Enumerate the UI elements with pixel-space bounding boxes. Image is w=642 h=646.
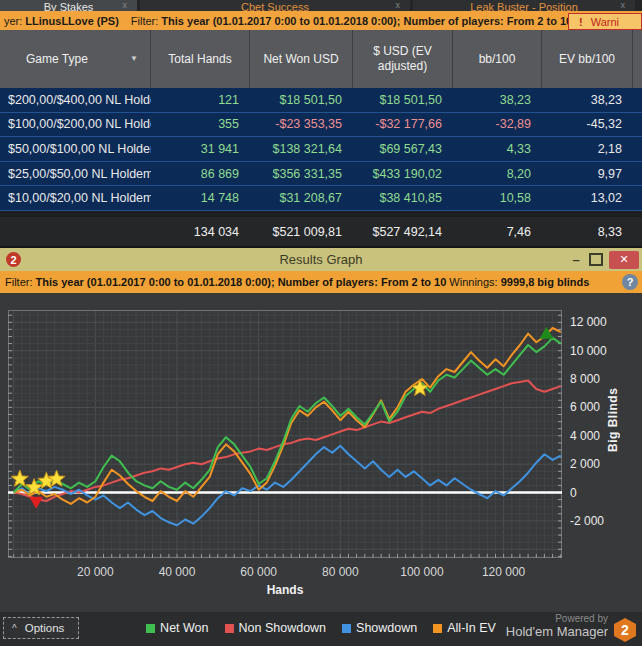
column-header-ev-bb-100[interactable]: EV bb/100 (542, 30, 633, 88)
x-tick-label: 120 000 (474, 565, 534, 579)
table-cell: $356 331,35 (250, 162, 353, 186)
warning-button[interactable]: ! Warni (568, 13, 642, 30)
y-tick-label: 12 000 (570, 315, 624, 329)
close-tab-icon[interactable]: x (621, 0, 626, 10)
graph-filter-text: This year (01.01.2017 0:00 to 01.01.2018… (36, 276, 447, 288)
table-cell: 38,23 (542, 88, 633, 112)
column-header-label: $ USD (EV adjusted) (353, 44, 452, 74)
column-header-label: Net Won USD (263, 52, 338, 67)
player-name: LLinusLLove (PS) (25, 15, 119, 27)
tab-leak-buster-position[interactable]: Leak Buster - Positionx (413, 0, 635, 11)
table-cell: $38 410,85 (353, 186, 453, 210)
table-cell: 14 748 (151, 186, 250, 210)
total-cell: 7,46 (453, 217, 542, 246)
table-cell: $31 208,67 (250, 186, 353, 210)
tab-label: Cbet Success (241, 1, 309, 11)
window-title: Results Graph (0, 252, 642, 267)
filter-label: Filter: (131, 15, 159, 27)
table-cell: $433 190,02 (353, 162, 453, 186)
table-cell: $69 567,43 (353, 137, 453, 161)
legend-swatch-icon (225, 624, 234, 633)
results-graph-titlebar[interactable]: 2 Results Graph – ✕ (0, 248, 642, 271)
column-header-label: Total Hands (168, 52, 231, 67)
column-header-total-hands[interactable]: Total Hands (151, 30, 250, 88)
table-row[interactable]: $25,00/$50,00 NL Holdem86 869$356 331,35… (0, 162, 642, 187)
table-cell: 2,18 (542, 137, 633, 161)
legend-swatch-icon (342, 624, 351, 633)
tab-cbet-success[interactable]: Cbet Successx (140, 0, 410, 11)
table-row[interactable]: $10,00/$20,00 NL Holdem14 748$31 208,67$… (0, 186, 642, 211)
legend-label: Net Won (160, 621, 208, 635)
warning-label: Warni (591, 16, 619, 28)
x-tick-label: 80 000 (310, 565, 370, 579)
y-tick-label: -2 000 (570, 514, 624, 528)
help-icon[interactable]: ? (622, 274, 638, 290)
results-table-body: $200,00/$400,00 NL Holdem121$18 501,50$1… (0, 88, 642, 211)
column-header-label: Game Type (26, 52, 88, 67)
x-tick-label: 100 000 (392, 565, 452, 579)
x-axis-title: Hands (245, 583, 325, 597)
legend-item-showdown: Showdown (342, 621, 417, 635)
graph-footer-bar: ^ Options Net WonNon ShowdownShowdownAll… (0, 612, 642, 646)
x-tick-label: 60 000 (229, 565, 289, 579)
legend-item-net-won: Net Won (146, 621, 208, 635)
results-plot (8, 310, 562, 558)
warning-icon: ! (579, 16, 583, 28)
y-tick-label: 0 (570, 486, 624, 500)
filter-text: This year (01.01.2017 0:00 to 01.01.2018… (161, 15, 572, 27)
total-cell (0, 217, 151, 246)
total-cell: $527 492,14 (353, 217, 453, 246)
column-header-bb-100[interactable]: bb/100 (453, 30, 542, 88)
table-row[interactable]: $100,00/$200,00 NL Holdem355-$23 353,35-… (0, 113, 642, 138)
close-tab-icon[interactable]: x (396, 0, 401, 10)
table-cell: $10,00/$20,00 NL Holdem (0, 186, 151, 210)
x-tick-label: 40 000 (147, 565, 207, 579)
report-tabs-bar: By StakesxCbet SuccessxLeak Buster - Pos… (0, 0, 642, 11)
total-cell: 134 034 (151, 217, 250, 246)
maximize-button[interactable] (589, 253, 603, 266)
table-cell: $200,00/$400,00 NL Holdem (0, 88, 151, 112)
table-cell: 9,97 (542, 162, 633, 186)
close-tab-icon[interactable]: x (123, 0, 128, 10)
table-row[interactable]: $200,00/$400,00 NL Holdem121$18 501,50$1… (0, 88, 642, 113)
table-cell: -45,32 (542, 113, 633, 137)
table-cell: 355 (151, 113, 250, 137)
table-cell: 13,02 (542, 186, 633, 210)
table-cell: 8,20 (453, 162, 542, 186)
table-cell: -32,89 (453, 113, 542, 137)
legend-swatch-icon (146, 624, 155, 633)
close-button[interactable]: ✕ (609, 251, 639, 269)
x-tick-label: 20 000 (65, 565, 125, 579)
total-cell: $521 009,81 (250, 217, 353, 246)
column-header--usd-ev-adjusted-[interactable]: $ USD (EV adjusted) (353, 30, 453, 88)
chevron-down-icon[interactable]: ▼ (130, 54, 138, 64)
column-header-net-won-usd[interactable]: Net Won USD (250, 30, 353, 88)
legend-swatch-icon (433, 624, 442, 633)
table-cell: 10,58 (453, 186, 542, 210)
tab-label: Leak Buster - Position (470, 1, 578, 11)
legend-item-non-showdown: Non Showdown (225, 621, 327, 635)
y-axis-title: Big Blinds (606, 360, 622, 480)
tab-by-stakes[interactable]: By Stakesx (0, 0, 137, 11)
tab-label: By Stakes (44, 1, 94, 11)
table-cell: 4,33 (453, 137, 542, 161)
column-header-game-type[interactable]: Game Type▼ (0, 30, 151, 88)
table-cell: -$23 353,35 (250, 113, 353, 137)
results-graph-area: -2 00002 0004 0006 0008 00010 00012 0002… (0, 293, 642, 612)
minimize-button[interactable]: – (569, 252, 583, 267)
table-cell: $18 501,50 (353, 88, 453, 112)
player-filter-bar: yer: LLinusLLove (PS) Filter: This year … (0, 11, 642, 30)
graph-filter-label: Filter: (5, 276, 33, 288)
table-row[interactable]: $50,00/$100,00 NL Holdem31 941$138 321,6… (0, 137, 642, 162)
legend-item-all-in-ev: All-In EV (433, 621, 496, 635)
graph-filter-bar: Filter: This year (01.01.2017 0:00 to 01… (0, 271, 642, 293)
table-total-row: 134 034$521 009,81$527 492,147,468,33 (0, 217, 642, 246)
powered-by-block: Powered by Hold'em Manager (506, 613, 608, 639)
y-tick-label: 10 000 (570, 344, 624, 358)
table-cell: 86 869 (151, 162, 250, 186)
table-cell: 121 (151, 88, 250, 112)
total-cell: 8,33 (542, 217, 633, 246)
column-header-label: EV bb/100 (559, 52, 615, 67)
table-cell: $50,00/$100,00 NL Holdem (0, 137, 151, 161)
table-cell: $18 501,50 (250, 88, 353, 112)
